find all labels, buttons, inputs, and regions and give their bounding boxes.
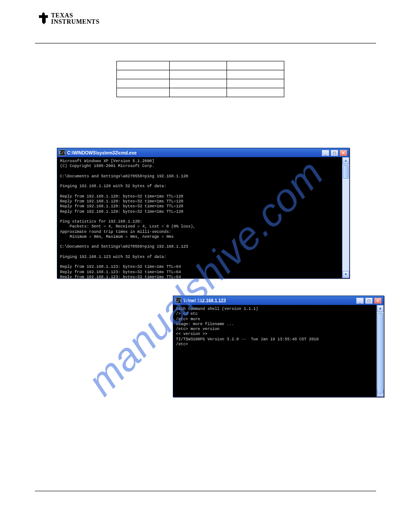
minimize-button[interactable]: _ xyxy=(356,297,364,304)
window-title: Telnet 192.168.1.123 xyxy=(183,298,226,303)
maximize-button[interactable]: □ xyxy=(365,297,373,304)
logo-line1: TEXAS xyxy=(51,12,73,19)
paragraph: The TSW3100 can be programmed to output … xyxy=(46,450,376,462)
paragraph: If the user modifies the IP address, the… xyxy=(46,113,376,119)
cmd-icon: C:\ xyxy=(175,297,181,304)
terminal-output: Microsoft Windows XP [Version 5.1.2600] … xyxy=(57,157,349,278)
ti-chip-icon xyxy=(38,13,49,25)
footer-doc-title: TSW3100 Overview xyxy=(331,494,367,499)
scroll-track[interactable] xyxy=(342,164,349,271)
footer-rule xyxy=(35,491,376,491)
footer-center: Submit Documentation Feedback Copyright … xyxy=(0,502,411,511)
page: TEXAS INSTRUMENTS SLAU212C – November 20… xyxy=(0,0,411,532)
cmd-icon: C:\ xyxy=(59,150,65,156)
cmd-window-telnet: C:\ Telnet 192.168.1.123 _ □ × Sash comm… xyxy=(173,296,384,397)
table-caption: Table 2-1. Ethernet Link LED Indicators xyxy=(0,53,411,58)
ti-logo-text: TEXAS INSTRUMENTS xyxy=(51,13,99,25)
table-row: D2 10/100 Off — 10; On — 100 xyxy=(117,79,284,88)
scrollbar[interactable]: ▲ ▼ xyxy=(377,305,384,397)
scroll-thumb[interactable] xyxy=(343,165,349,179)
th-status: Status xyxy=(227,61,284,70)
cmd-window-ping: C:\ C:\WINDOWS\system32\cmd.exe _ □ × Mi… xyxy=(57,148,350,279)
table-row: D3 Link On — connected xyxy=(117,88,284,97)
section-title: Software Installation and Operation xyxy=(306,34,376,39)
th-desc: Description xyxy=(170,61,227,70)
footer-left: SLAU212C – November 2007 – Revised March… xyxy=(35,494,130,499)
paragraph: During power up, D15 through D18 illumin… xyxy=(46,428,376,440)
table-row: D1 Full duplex Off — half; On — full xyxy=(117,70,284,79)
scroll-up-button[interactable]: ▲ xyxy=(377,305,384,312)
table-header-row: LED Description Status xyxy=(117,61,284,70)
minimize-button[interactable]: _ xyxy=(321,150,330,156)
titlebar[interactable]: C:\ Telnet 192.168.1.123 _ □ × xyxy=(173,296,384,305)
scroll-track[interactable] xyxy=(377,312,384,390)
close-button[interactable]: × xyxy=(339,150,347,156)
ti-logo: TEXAS INSTRUMENTS xyxy=(38,13,99,25)
scroll-thumb[interactable] xyxy=(377,313,383,394)
led-table: LED Description Status D1 Full duplex Of… xyxy=(116,61,284,97)
footer-right: TSW3100 Overview 13 xyxy=(331,494,376,499)
terminal-output: Sash command shell (version 1.1.1) /> cd… xyxy=(173,305,384,397)
svg-rect-0 xyxy=(43,13,44,14)
footer-page-number: 13 xyxy=(372,494,376,499)
scroll-down-button[interactable]: ▼ xyxy=(342,271,349,278)
maximize-button[interactable]: □ xyxy=(330,150,338,156)
logo-line2: INSTRUMENTS xyxy=(51,18,99,25)
header-rule xyxy=(35,43,376,43)
th-led: LED xyxy=(117,61,170,70)
scrollbar[interactable]: ▲ ▼ xyxy=(342,157,349,278)
header-meta: SLAU212C – November 2007 – Revised March… xyxy=(281,27,376,31)
paragraph: Six LED indicators on the board display … xyxy=(46,412,376,424)
scroll-up-button[interactable]: ▲ xyxy=(342,157,349,164)
figure-caption: Figure 2-3. Host PC Ping Command and Res… xyxy=(0,280,411,285)
paragraph: Confirm that the TI/TSW3100 software is … xyxy=(46,290,158,314)
figure-caption: Figure 2-4. Telnet to EVM xyxy=(0,402,411,407)
close-button[interactable]: × xyxy=(374,297,382,304)
footer-feedback-link[interactable]: Submit Documentation Feedback xyxy=(176,502,235,506)
footer-copyright: Copyright © 2007–2010, Texas Instruments… xyxy=(0,506,411,511)
paragraph: Following reboot, the user can confirm t… xyxy=(46,130,376,136)
titlebar[interactable]: C:\ C:\WINDOWS\system32\cmd.exe _ □ × xyxy=(57,148,349,157)
window-title: C:\WINDOWS\system32\cmd.exe xyxy=(67,150,137,155)
